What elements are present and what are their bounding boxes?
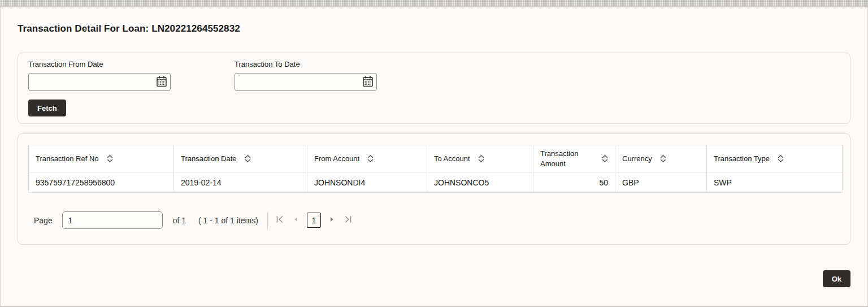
cell-transaction-ref-no: 935759717258956800 — [29, 172, 174, 193]
next-page-icon — [329, 215, 335, 225]
transactions-table: Transaction Ref No Transaction Date From… — [28, 145, 843, 193]
column-label: To Account — [434, 154, 470, 164]
calendar-icon — [362, 75, 374, 89]
column-header-transaction-type[interactable]: Transaction Type — [707, 145, 843, 172]
cell-to-account: JOHNSONCO5 — [427, 172, 533, 193]
to-date-calendar-button[interactable] — [359, 73, 376, 90]
column-label: Transaction Type — [714, 154, 770, 164]
last-page-icon — [344, 215, 352, 225]
sort-icon[interactable] — [660, 155, 666, 162]
column-header-from-account[interactable]: From Account — [307, 145, 427, 172]
column-header-to-account[interactable]: To Account — [427, 145, 533, 172]
column-label: Transaction Ref No — [36, 154, 99, 164]
fetch-button[interactable]: Fetch — [28, 100, 66, 116]
top-texture-band — [0, 0, 868, 6]
cell-from-account: JOHNSONDI4 — [307, 172, 427, 193]
column-label: From Account — [314, 154, 359, 164]
sort-icon[interactable] — [478, 155, 484, 162]
to-date-field-group: Transaction To Date — [235, 60, 377, 91]
transaction-detail-dialog: Transaction Detail For Loan: LN202212645… — [0, 6, 868, 306]
sort-icon[interactable] — [778, 155, 784, 162]
previous-page-button[interactable] — [293, 215, 298, 225]
first-page-button[interactable] — [276, 215, 284, 225]
from-date-field-group: Transaction From Date — [28, 60, 171, 91]
ok-button[interactable]: Ok — [823, 270, 850, 287]
column-label: Transaction Date — [181, 154, 237, 164]
column-label: Transaction Amount — [540, 149, 594, 168]
column-header-transaction-ref-no[interactable]: Transaction Ref No — [29, 145, 174, 172]
cell-transaction-date: 2019-02-14 — [174, 172, 307, 193]
column-header-currency[interactable]: Currency — [615, 145, 707, 172]
to-date-label: Transaction To Date — [235, 60, 377, 68]
cell-currency: GBP — [615, 172, 707, 193]
column-header-transaction-amount[interactable]: Transaction Amount — [533, 145, 615, 172]
to-date-input[interactable] — [235, 73, 359, 90]
sort-icon[interactable] — [367, 155, 374, 162]
next-page-button[interactable] — [329, 215, 335, 225]
previous-page-icon — [293, 215, 298, 225]
calendar-icon — [155, 75, 168, 89]
page-number-input[interactable] — [62, 211, 163, 229]
page-label: Page — [34, 216, 53, 225]
sort-icon[interactable] — [245, 155, 251, 162]
current-page-box[interactable]: 1 — [307, 213, 321, 228]
filter-panel: Transaction From Date — [18, 53, 850, 124]
from-date-calendar-button[interactable] — [153, 73, 170, 90]
cell-transaction-amount: 50 — [533, 172, 615, 193]
sort-icon[interactable] — [107, 155, 113, 162]
sort-icon[interactable] — [602, 155, 608, 162]
cell-transaction-type: SWP — [707, 172, 843, 193]
table-header-row: Transaction Ref No Transaction Date From… — [29, 145, 843, 172]
dialog-footer: Ok — [18, 270, 850, 287]
items-range-text: ( 1 - 1 of 1 items) — [198, 216, 258, 225]
column-header-transaction-date[interactable]: Transaction Date — [174, 145, 307, 172]
pagination: Page of 1 ( 1 - 1 of 1 items) 1 — [34, 211, 841, 229]
column-label: Currency — [622, 154, 652, 164]
pagination-divider — [267, 212, 268, 229]
last-page-button[interactable] — [344, 215, 352, 225]
first-page-icon — [276, 215, 284, 225]
table-row[interactable]: 935759717258956800 2019-02-14 JOHNSONDI4… — [29, 172, 843, 193]
page-title: Transaction Detail For Loan: LN202212645… — [18, 23, 850, 34]
to-date-field — [235, 73, 377, 91]
from-date-field — [28, 73, 171, 91]
page-count-text: of 1 — [173, 216, 186, 225]
from-date-label: Transaction From Date — [28, 60, 171, 68]
from-date-input[interactable] — [29, 73, 153, 90]
results-panel: Transaction Ref No Transaction Date From… — [18, 133, 850, 245]
